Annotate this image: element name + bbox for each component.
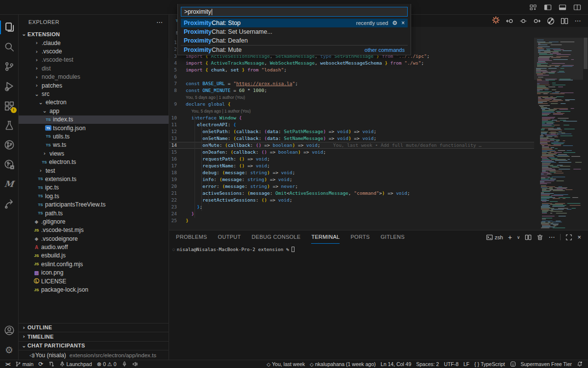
- activity-explorer[interactable]: [0, 18, 19, 37]
- toggle-sidebar-icon[interactable]: [544, 3, 552, 11]
- kill-terminal-icon[interactable]: [537, 234, 543, 241]
- codelens-row[interactable]: You, 5 days ago | 1 author (You): [169, 108, 534, 115]
- status-blame-author[interactable]: ◇nkalupahana (1 week ago): [307, 360, 378, 368]
- chat-participant-you[interactable]: ◁))You (nisala)extension/src/electron/ap…: [19, 350, 169, 360]
- other-commands-link[interactable]: other commands: [365, 47, 405, 53]
- tree-item-test[interactable]: ›test: [19, 166, 169, 175]
- close-panel-icon[interactable]: ×: [577, 233, 581, 241]
- activity-search[interactable]: [0, 37, 19, 57]
- toggle-secondary-sidebar-icon[interactable]: [573, 3, 581, 11]
- status-eol[interactable]: LF: [461, 360, 472, 368]
- palette-item-proximity-chat-deafen[interactable]: Proximity Chat: Deafen: [181, 36, 408, 45]
- activity-run-debug[interactable]: [0, 76, 19, 96]
- section-extension[interactable]: ⌄ EXTENSION: [19, 29, 169, 39]
- terminal-icon[interactable]: zsh: [486, 234, 503, 241]
- new-terminal-button[interactable]: +: [508, 233, 512, 241]
- split-terminal-icon[interactable]: [525, 234, 532, 241]
- panel-tab-debug-console[interactable]: DEBUG CONSOLE: [252, 230, 301, 244]
- status-encoding[interactable]: UTF-8: [441, 360, 461, 368]
- activity-testing[interactable]: [0, 115, 19, 135]
- tree-item-electron[interactable]: ⌄electron: [19, 98, 169, 107]
- status-mic[interactable]: [119, 360, 130, 368]
- close-icon[interactable]: ×: [401, 20, 405, 26]
- tree-item-.vscode-test.mjs[interactable]: JS.vscode-test.mjs: [19, 226, 169, 234]
- panel-tab-terminal[interactable]: TERMINAL: [311, 230, 340, 244]
- terminal[interactable]: ○ nisala@Nisalas-MacBook-Pro-2 extension…: [169, 244, 588, 360]
- codelens-blame[interactable]: You, 5 days ago | 1 author (You): [186, 95, 245, 100]
- status-problems[interactable]: ⊗0⚠0: [94, 360, 119, 368]
- maximize-panel-icon[interactable]: [565, 234, 572, 241]
- toggle-panel-icon[interactable]: [559, 3, 566, 11]
- status-audio[interactable]: [130, 360, 141, 368]
- tree-item-.gitignore[interactable]: ◆.gitignore: [19, 217, 169, 226]
- status-supermaven-status[interactable]: Supermaven Free Tier: [518, 360, 574, 368]
- next-change-icon[interactable]: [533, 17, 541, 25]
- tree-item-audio.woff[interactable]: Aaudio.woff: [19, 243, 169, 251]
- supermaven-starburst-icon[interactable]: [491, 17, 500, 25]
- customize-layout-icon[interactable]: [529, 3, 537, 11]
- tree-item-.vscode[interactable]: ›.vscode: [19, 47, 169, 55]
- tree-item-tsconfig.json[interactable]: TStsconfig.json: [19, 124, 169, 132]
- section-chat-participants[interactable]: ⌄CHAT PARTICIPANTS: [19, 342, 169, 351]
- panel-tab-output[interactable]: OUTPUT: [218, 230, 241, 244]
- tree-item-.claude[interactable]: ›.claude: [19, 39, 169, 47]
- section-outline[interactable]: ›OUTLINE: [19, 323, 169, 333]
- palette-item-proximity-chat-set-username-[interactable]: Proximity Chat: Set Username...: [181, 27, 408, 36]
- more-actions-icon[interactable]: ⋯: [548, 233, 555, 241]
- command-palette-input[interactable]: >proximity: [181, 7, 408, 17]
- tree-item-participantsTreeView.ts[interactable]: TSparticipantsTreeView.ts: [19, 200, 169, 208]
- tree-item-app[interactable]: ⌄app: [19, 107, 169, 115]
- tree-item-LICENSE[interactable]: ⓁLICENSE: [19, 277, 169, 285]
- tree-item-ws.ts[interactable]: TSws.ts: [19, 141, 169, 149]
- minimap[interactable]: [534, 38, 583, 230]
- activity-github-actions[interactable]: [0, 194, 19, 213]
- activity-settings[interactable]: ⚙: [0, 340, 19, 360]
- status-blame-you[interactable]: ◇You, last week: [264, 360, 307, 368]
- status-branch[interactable]: main: [13, 360, 36, 368]
- panel-tab-gitlens[interactable]: GITLENS: [381, 230, 405, 244]
- scrollbar-thumb[interactable]: [584, 38, 588, 69]
- code-editor[interactable]: 123import { ActiveSessionsMessage, SetNa…: [169, 38, 534, 230]
- status-language-mode[interactable]: { }TypeScript: [472, 360, 508, 368]
- gear-icon[interactable]: ⚙: [392, 20, 397, 26]
- changes-icon[interactable]: [519, 17, 527, 25]
- tree-item-index.ts[interactable]: TSindex.ts: [19, 115, 169, 124]
- section-timeline[interactable]: ›TIMELINE: [19, 332, 169, 342]
- activity-supermaven[interactable]: M: [0, 174, 19, 194]
- tree-item-extension.ts[interactable]: TSextension.ts: [19, 175, 169, 183]
- tree-item-views[interactable]: ›views: [19, 149, 169, 158]
- tree-item-log.ts[interactable]: TSlog.ts: [19, 192, 169, 200]
- tree-item-node_modules[interactable]: ›node_modules: [19, 73, 169, 81]
- activity-gitlens[interactable]: [0, 135, 19, 155]
- codelens-blame[interactable]: You, 5 days ago | 1 author (You): [186, 109, 251, 114]
- status-cursor-position[interactable]: Ln 14, Col 49: [378, 360, 414, 368]
- tree-item-electron.ts[interactable]: TSelectron.ts: [19, 158, 169, 166]
- panel-tab-problems[interactable]: PROBLEMS: [176, 230, 207, 244]
- tree-item-.vscodeignore[interactable]: ◆.vscodeignore: [19, 234, 169, 243]
- tree-item-patches[interactable]: ›patches: [19, 81, 169, 90]
- status-notifications[interactable]: [574, 360, 585, 368]
- activity-accounts[interactable]: [0, 321, 19, 340]
- palette-item-proximity-chat-stop[interactable]: Proximity Chat: Stoprecently used⚙×: [181, 19, 408, 27]
- status-remote[interactable]: ><: [3, 360, 13, 368]
- activity-extensions[interactable]: !: [0, 96, 19, 115]
- activity-gitlens-inspect[interactable]: [0, 155, 19, 174]
- tree-item-dist[interactable]: ›dist: [19, 64, 169, 72]
- codelens-row[interactable]: You, 5 days ago | 1 author (You): [169, 94, 534, 101]
- tree-item-esbuild.js[interactable]: JSesbuild.js: [19, 252, 169, 260]
- panel-tab-ports[interactable]: PORTS: [350, 230, 369, 244]
- more-actions-icon[interactable]: ⋯: [156, 19, 163, 26]
- status-launchpad[interactable]: Launchpad: [57, 360, 95, 368]
- more-actions-icon[interactable]: ⋯: [574, 17, 582, 25]
- gitlens-graph-icon[interactable]: [546, 17, 555, 25]
- tree-item-ipc.ts[interactable]: TSipc.ts: [19, 184, 169, 192]
- terminal-dropdown-icon[interactable]: ∨: [517, 235, 520, 240]
- tree-item-eslint.config.mjs[interactable]: JSeslint.config.mjs: [19, 260, 169, 268]
- tree-item-icon.png[interactable]: ▨icon.png: [19, 269, 169, 277]
- prev-change-icon[interactable]: [505, 17, 514, 25]
- status-compare[interactable]: [46, 360, 57, 368]
- split-editor-icon[interactable]: [560, 17, 568, 25]
- status-indentation[interactable]: Spaces: 2: [414, 360, 441, 368]
- activity-source-control[interactable]: [0, 57, 19, 76]
- tree-item-path.ts[interactable]: TSpath.ts: [19, 209, 169, 217]
